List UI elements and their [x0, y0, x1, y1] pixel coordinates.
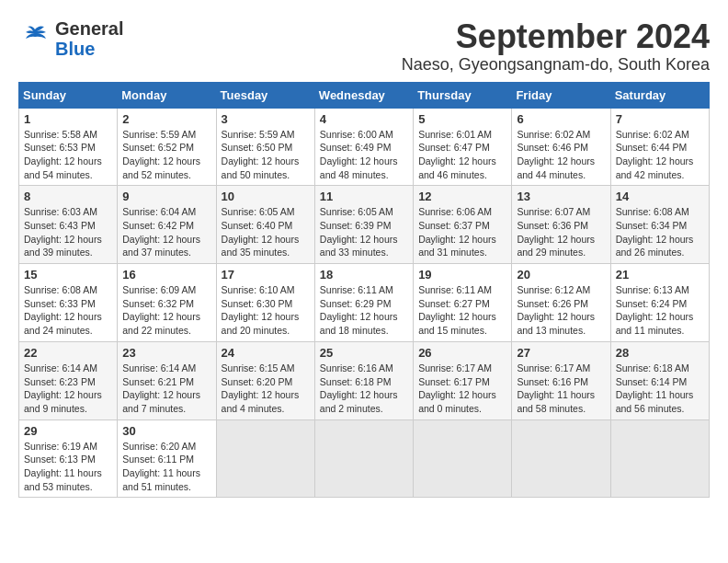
- col-tuesday: Tuesday: [216, 82, 314, 108]
- day-info: Sunrise: 6:01 AMSunset: 6:47 PMDaylight:…: [418, 128, 506, 182]
- col-thursday: Thursday: [414, 82, 512, 108]
- page-subtitle: Naeso, Gyeongsangnam-do, South Korea: [402, 55, 710, 75]
- day-info: Sunrise: 6:11 AMSunset: 6:27 PMDaylight:…: [418, 283, 506, 338]
- table-row: 16Sunrise: 6:09 AMSunset: 6:32 PMDayligh…: [118, 264, 216, 342]
- col-sunday: Sunday: [19, 82, 118, 108]
- col-friday: Friday: [512, 82, 610, 108]
- day-info: Sunrise: 6:08 AMSunset: 6:34 PMDaylight:…: [616, 205, 704, 259]
- day-info: Sunrise: 6:06 AMSunset: 6:37 PMDaylight:…: [418, 205, 506, 259]
- calendar-row: 22Sunrise: 6:14 AMSunset: 6:23 PMDayligh…: [19, 341, 710, 419]
- day-info: Sunrise: 6:18 AMSunset: 6:14 PMDaylight:…: [616, 362, 704, 416]
- day-number: 25: [320, 346, 408, 360]
- day-number: 15: [24, 268, 112, 282]
- title-area: September 2024 Naeso, Gyeongsangnam-do, …: [402, 18, 710, 75]
- table-row: 4Sunrise: 6:00 AMSunset: 6:49 PMDaylight…: [314, 108, 413, 186]
- table-row: [314, 419, 413, 498]
- day-number: 13: [517, 190, 605, 203]
- table-row: [610, 419, 709, 498]
- col-saturday: Saturday: [610, 82, 709, 108]
- day-number: 8: [24, 190, 112, 203]
- table-row: 3Sunrise: 5:59 AMSunset: 6:50 PMDaylight…: [216, 108, 314, 186]
- day-info: Sunrise: 6:05 AMSunset: 6:40 PMDaylight:…: [222, 205, 310, 259]
- table-row: [512, 419, 610, 498]
- table-row: 15Sunrise: 6:08 AMSunset: 6:33 PMDayligh…: [19, 264, 118, 342]
- logo-text-blue: Blue: [55, 39, 123, 59]
- day-number: 3: [222, 112, 310, 126]
- day-number: 9: [122, 190, 210, 203]
- calendar-row: 29Sunrise: 6:19 AMSunset: 6:13 PMDayligh…: [19, 419, 710, 498]
- table-row: 9Sunrise: 6:04 AMSunset: 6:42 PMDaylight…: [118, 186, 216, 264]
- day-number: 12: [418, 190, 506, 203]
- day-info: Sunrise: 6:20 AMSunset: 6:11 PMDaylight:…: [122, 440, 210, 494]
- day-info: Sunrise: 6:10 AMSunset: 6:30 PMDaylight:…: [222, 283, 310, 338]
- day-number: 28: [616, 346, 704, 360]
- day-number: 27: [517, 346, 605, 360]
- day-info: Sunrise: 6:13 AMSunset: 6:24 PMDaylight:…: [616, 283, 704, 338]
- table-row: 28Sunrise: 6:18 AMSunset: 6:14 PMDayligh…: [610, 341, 709, 419]
- day-info: Sunrise: 6:08 AMSunset: 6:33 PMDaylight:…: [24, 283, 112, 338]
- day-number: 10: [222, 190, 310, 203]
- col-monday: Monday: [118, 82, 216, 108]
- table-row: 7Sunrise: 6:02 AMSunset: 6:44 PMDaylight…: [610, 108, 709, 186]
- table-row: 30Sunrise: 6:20 AMSunset: 6:11 PMDayligh…: [118, 419, 216, 498]
- day-info: Sunrise: 6:00 AMSunset: 6:49 PMDaylight:…: [320, 128, 408, 182]
- table-row: 8Sunrise: 6:03 AMSunset: 6:43 PMDaylight…: [19, 186, 118, 264]
- page-title: September 2024: [402, 18, 710, 55]
- day-info: Sunrise: 6:02 AMSunset: 6:44 PMDaylight:…: [616, 128, 704, 182]
- calendar-row: 8Sunrise: 6:03 AMSunset: 6:43 PMDaylight…: [19, 186, 710, 264]
- logo-bird-icon: [18, 25, 51, 52]
- day-info: Sunrise: 6:02 AMSunset: 6:46 PMDaylight:…: [517, 128, 605, 182]
- day-info: Sunrise: 6:05 AMSunset: 6:39 PMDaylight:…: [320, 205, 408, 259]
- table-row: 17Sunrise: 6:10 AMSunset: 6:30 PMDayligh…: [216, 264, 314, 342]
- table-row: 29Sunrise: 6:19 AMSunset: 6:13 PMDayligh…: [19, 419, 118, 498]
- day-info: Sunrise: 6:15 AMSunset: 6:20 PMDaylight:…: [222, 362, 310, 416]
- table-row: 10Sunrise: 6:05 AMSunset: 6:40 PMDayligh…: [216, 186, 314, 264]
- table-row: 25Sunrise: 6:16 AMSunset: 6:18 PMDayligh…: [314, 341, 413, 419]
- table-row: 22Sunrise: 6:14 AMSunset: 6:23 PMDayligh…: [19, 341, 118, 419]
- day-number: 11: [320, 190, 408, 203]
- table-row: 20Sunrise: 6:12 AMSunset: 6:26 PMDayligh…: [512, 264, 610, 342]
- logo: General Blue: [18, 18, 123, 59]
- table-row: 18Sunrise: 6:11 AMSunset: 6:29 PMDayligh…: [314, 264, 413, 342]
- day-info: Sunrise: 5:58 AMSunset: 6:53 PMDaylight:…: [24, 128, 112, 182]
- logo-text-container: General Blue: [55, 18, 123, 59]
- day-number: 14: [616, 190, 704, 203]
- day-number: 30: [122, 424, 210, 438]
- day-number: 26: [418, 346, 506, 360]
- day-number: 18: [320, 268, 408, 282]
- calendar-table: Sunday Monday Tuesday Wednesday Thursday…: [18, 82, 710, 499]
- day-info: Sunrise: 6:19 AMSunset: 6:13 PMDaylight:…: [24, 440, 112, 494]
- day-number: 16: [122, 268, 210, 282]
- day-number: 5: [418, 112, 506, 126]
- header: General Blue September 2024 Naeso, Gyeon…: [18, 18, 710, 75]
- day-info: Sunrise: 6:04 AMSunset: 6:42 PMDaylight:…: [122, 205, 210, 259]
- day-info: Sunrise: 5:59 AMSunset: 6:50 PMDaylight:…: [222, 128, 310, 182]
- day-number: 6: [517, 112, 605, 126]
- day-number: 2: [122, 112, 210, 126]
- table-row: 2Sunrise: 5:59 AMSunset: 6:52 PMDaylight…: [118, 108, 216, 186]
- table-row: 11Sunrise: 6:05 AMSunset: 6:39 PMDayligh…: [314, 186, 413, 264]
- table-row: 26Sunrise: 6:17 AMSunset: 6:17 PMDayligh…: [414, 341, 512, 419]
- table-row: 21Sunrise: 6:13 AMSunset: 6:24 PMDayligh…: [610, 264, 709, 342]
- table-row: 14Sunrise: 6:08 AMSunset: 6:34 PMDayligh…: [610, 186, 709, 264]
- table-row: [414, 419, 512, 498]
- calendar-row: 15Sunrise: 6:08 AMSunset: 6:33 PMDayligh…: [19, 264, 710, 342]
- day-info: Sunrise: 6:12 AMSunset: 6:26 PMDaylight:…: [517, 283, 605, 338]
- day-info: Sunrise: 6:17 AMSunset: 6:16 PMDaylight:…: [517, 362, 605, 416]
- table-row: 23Sunrise: 6:14 AMSunset: 6:21 PMDayligh…: [118, 341, 216, 419]
- table-row: 6Sunrise: 6:02 AMSunset: 6:46 PMDaylight…: [512, 108, 610, 186]
- day-info: Sunrise: 5:59 AMSunset: 6:52 PMDaylight:…: [122, 128, 210, 182]
- day-info: Sunrise: 6:17 AMSunset: 6:17 PMDaylight:…: [418, 362, 506, 416]
- day-info: Sunrise: 6:11 AMSunset: 6:29 PMDaylight:…: [320, 283, 408, 338]
- table-row: 19Sunrise: 6:11 AMSunset: 6:27 PMDayligh…: [414, 264, 512, 342]
- table-row: 5Sunrise: 6:01 AMSunset: 6:47 PMDaylight…: [414, 108, 512, 186]
- day-number: 21: [616, 268, 704, 282]
- table-row: 27Sunrise: 6:17 AMSunset: 6:16 PMDayligh…: [512, 341, 610, 419]
- day-number: 19: [418, 268, 506, 282]
- day-number: 29: [24, 424, 112, 438]
- day-number: 4: [320, 112, 408, 126]
- logo-text-general: General: [55, 18, 123, 39]
- table-row: 13Sunrise: 6:07 AMSunset: 6:36 PMDayligh…: [512, 186, 610, 264]
- day-info: Sunrise: 6:09 AMSunset: 6:32 PMDaylight:…: [122, 283, 210, 338]
- day-number: 20: [517, 268, 605, 282]
